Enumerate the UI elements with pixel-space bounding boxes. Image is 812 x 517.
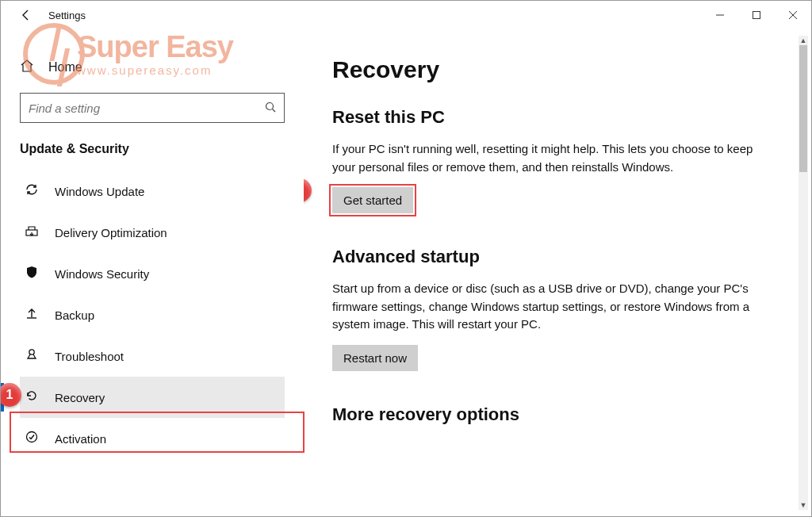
get-started-button[interactable]: Get started	[332, 187, 413, 213]
backup-icon	[25, 306, 55, 324]
sidebar-item-activation[interactable]: Activation	[20, 418, 285, 459]
scroll-thumb[interactable]	[799, 45, 807, 172]
page-title: Recovery	[332, 56, 773, 83]
reset-title: Reset this PC	[332, 107, 773, 128]
svg-rect-1	[753, 12, 760, 19]
annotation-badge-2: 2	[304, 178, 312, 202]
search-icon	[265, 101, 276, 115]
sidebar-item-troubleshoot[interactable]: Troubleshoot	[20, 335, 285, 377]
delivery-icon	[25, 224, 55, 242]
svg-point-7	[27, 431, 37, 442]
sidebar-item-label: Windows Security	[55, 267, 149, 281]
troubleshoot-icon	[25, 347, 55, 366]
sidebar-item-label: Windows Update	[55, 185, 144, 198]
sync-icon	[25, 182, 55, 201]
advanced-title: Advanced startup	[332, 247, 773, 267]
sidebar-item-label: Delivery Optimization	[55, 226, 167, 239]
search-box[interactable]	[20, 93, 285, 123]
home-link[interactable]: Home	[20, 50, 285, 85]
window-title: Settings	[48, 10, 86, 21]
shield-icon	[25, 265, 55, 283]
scroll-down-icon[interactable]: ▼	[799, 500, 808, 510]
maximize-button[interactable]	[738, 2, 775, 28]
svg-point-2	[266, 102, 274, 109]
sidebar-item-windows-update[interactable]: Windows Update	[20, 170, 285, 212]
search-input[interactable]	[29, 101, 265, 115]
svg-line-3	[273, 109, 276, 112]
sidebar-item-label: Backup	[55, 308, 94, 322]
annotation-badge-1: 1	[0, 383, 21, 407]
minimize-button[interactable]	[702, 2, 738, 28]
sidebar-item-label: Activation	[55, 432, 106, 446]
home-icon	[20, 59, 48, 77]
recovery-icon	[25, 389, 55, 407]
home-label: Home	[48, 60, 82, 75]
svg-point-6	[29, 349, 34, 354]
sidebar-item-backup[interactable]: Backup	[20, 294, 285, 335]
advanced-description: Start up from a device or disc (such as …	[332, 280, 773, 334]
reset-description: If your PC isn't running well, resetting…	[332, 140, 773, 176]
vertical-scrollbar[interactable]: ▲ ▼	[799, 36, 808, 510]
activation-icon	[25, 430, 55, 448]
sidebar-item-label: Recovery	[55, 391, 105, 404]
sidebar-item-windows-security[interactable]: Windows Security	[20, 253, 285, 294]
more-options-title: More recovery options	[332, 404, 773, 425]
restart-now-button[interactable]: Restart now	[332, 345, 418, 371]
sidebar-item-label: Troubleshoot	[55, 350, 124, 363]
back-button[interactable]	[13, 2, 39, 28]
scroll-up-icon[interactable]: ▲	[799, 36, 808, 45]
sidebar-item-delivery-optimization[interactable]: Delivery Optimization	[20, 212, 285, 253]
close-button[interactable]	[775, 2, 811, 28]
sidebar-category: Update & Security	[20, 142, 285, 156]
sidebar-item-recovery[interactable]: Recovery	[20, 377, 285, 418]
